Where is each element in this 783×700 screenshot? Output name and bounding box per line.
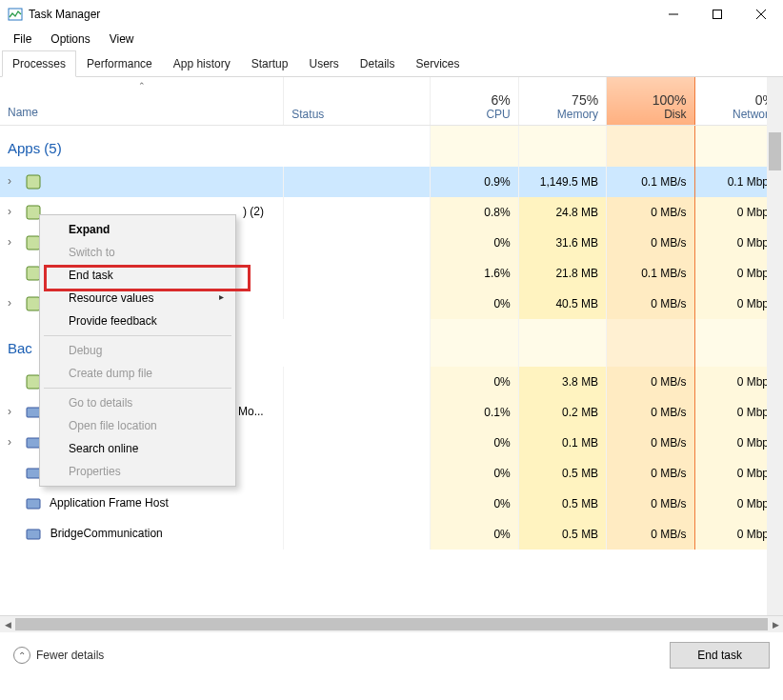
window-title: Task Manager (29, 8, 100, 21)
column-label: Name (8, 106, 38, 119)
tab-startup[interactable]: Startup (241, 50, 299, 77)
disk-cell: 0.1 MB/s (607, 167, 694, 197)
scroll-right-icon[interactable]: ▶ (768, 616, 783, 632)
svg-rect-14 (27, 499, 40, 509)
column-name[interactable]: ⌃ Name (0, 77, 284, 125)
ctx-provide-feedback[interactable]: Provide feedback (42, 310, 233, 332)
ctx-switch-to: Switch to (42, 241, 233, 264)
menu-file[interactable]: File (6, 30, 39, 48)
close-button[interactable] (739, 0, 783, 29)
ctx-create-dump: Create dump file (42, 362, 233, 385)
tab-users[interactable]: Users (298, 50, 349, 77)
svg-rect-0 (9, 9, 22, 20)
ctx-expand[interactable]: Expand (42, 218, 233, 241)
ctx-resource-values[interactable]: Resource values (42, 287, 233, 310)
chevron-right-icon[interactable]: › (8, 405, 19, 418)
footer: ⌃ Fewer details End task (0, 632, 783, 678)
process-icon (26, 174, 41, 190)
titlebar: Task Manager (0, 0, 783, 29)
ctx-go-to-details: Go to details (42, 391, 233, 414)
context-menu: Expand Switch to End task Resource value… (39, 214, 236, 487)
end-task-button[interactable]: End task (670, 642, 770, 669)
column-disk[interactable]: 100% Disk (607, 77, 694, 125)
svg-rect-15 (27, 530, 40, 539)
ctx-end-task[interactable]: End task (42, 264, 233, 287)
chevron-right-icon[interactable]: › (8, 174, 19, 188)
mem-cell: 1,149.5 MB (518, 167, 606, 197)
minimize-button[interactable] (652, 0, 695, 29)
process-name: BridgeCommunication (50, 527, 163, 540)
separator (44, 388, 231, 389)
group-apps: Apps (5) (0, 125, 783, 161)
ctx-search-online[interactable]: Search online (42, 437, 233, 460)
column-status[interactable]: Status (284, 77, 431, 125)
scroll-left-icon[interactable]: ◀ (0, 616, 15, 632)
menubar: File Options View (0, 29, 783, 50)
chevron-right-icon[interactable]: › (8, 205, 19, 218)
maximize-button[interactable] (695, 0, 739, 29)
process-name-suffix: ) (2) (243, 205, 264, 218)
process-name-suffix: Mo... (238, 405, 264, 418)
menu-options[interactable]: Options (43, 30, 97, 48)
tab-performance[interactable]: Performance (76, 50, 163, 77)
tab-services[interactable]: Services (406, 50, 471, 77)
chevron-up-icon: ⌃ (13, 647, 30, 664)
chevron-right-icon[interactable]: › (8, 296, 19, 310)
process-row[interactable]: › Application Frame Host 0% 0.5 MB 0 MB/… (0, 489, 783, 519)
process-name: Application Frame Host (50, 496, 169, 510)
ctx-properties: Properties (42, 460, 233, 483)
scrollbar-thumb[interactable] (15, 618, 768, 630)
tab-strip: Processes Performance App history Startu… (0, 50, 783, 77)
process-row[interactable]: › 0.9% 1,149.5 MB 0.1 MB/s 0.1 Mbps (0, 167, 783, 197)
svg-rect-2 (713, 10, 722, 19)
vertical-scrollbar[interactable] (767, 77, 783, 615)
ctx-open-file-location: Open file location (42, 414, 233, 437)
process-icon (26, 527, 41, 542)
sort-caret-icon: ⌃ (138, 81, 146, 90)
cpu-cell: 0.9% (431, 167, 518, 197)
column-memory[interactable]: 75% Memory (518, 77, 606, 125)
tab-app-history[interactable]: App history (163, 50, 241, 77)
fewer-details-button[interactable]: ⌃ Fewer details (13, 647, 104, 664)
separator (44, 335, 231, 336)
process-row[interactable]: › BridgeCommunication 0% 0.5 MB 0 MB/s 0… (0, 519, 783, 550)
scrollbar-thumb[interactable] (769, 132, 781, 170)
svg-rect-5 (27, 175, 40, 189)
ctx-debug: Debug (42, 339, 233, 362)
chevron-right-icon[interactable]: › (8, 235, 19, 249)
tab-processes[interactable]: Processes (2, 50, 76, 77)
process-icon (26, 496, 41, 511)
horizontal-scrollbar[interactable]: ◀ ▶ (0, 616, 783, 632)
tab-details[interactable]: Details (350, 50, 406, 77)
menu-view[interactable]: View (102, 30, 142, 48)
column-cpu[interactable]: 6% CPU (431, 77, 518, 125)
app-icon (8, 7, 23, 22)
chevron-right-icon[interactable]: › (8, 435, 19, 449)
